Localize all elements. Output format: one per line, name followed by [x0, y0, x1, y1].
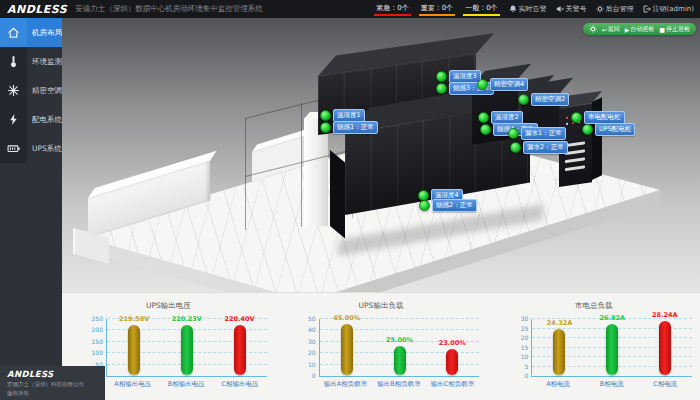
y-tick-label: 200	[77, 326, 103, 333]
toolbar-item-label: 返回	[608, 25, 620, 34]
scene-label[interactable]: 精密空调4	[477, 78, 528, 91]
status-dot-icon	[480, 124, 491, 135]
toolbar-item-auto-patrol[interactable]: ▶自动巡检	[625, 25, 655, 34]
scene-label[interactable]: UPS配电柜	[582, 123, 635, 136]
menu-item-label: 注销(admin)	[653, 4, 694, 14]
room-3d-viewport[interactable]: 温湿度1烟感1：正常温湿度3烟感3：正常精密空调4精密空调2温湿度2烟感4：正常…	[62, 18, 700, 292]
chart-bar	[606, 324, 618, 375]
bar-value-label: 24.32A	[537, 319, 581, 327]
gear-icon[interactable]	[589, 25, 597, 33]
scene-label[interactable]: 温湿度3	[436, 70, 481, 83]
bar-value-label: 220.40V	[218, 315, 262, 323]
category-label: A相输出电压	[106, 380, 160, 389]
y-tick-label: 10	[502, 353, 528, 360]
alarm-badge-critical[interactable]: 紧急：0个	[374, 3, 410, 16]
gear-icon	[596, 5, 604, 13]
chart-bar	[659, 321, 671, 375]
y-tick-label: 15	[502, 344, 528, 351]
menu-item-label: 后台管理	[606, 4, 634, 14]
menu-item-label: 实时告警	[519, 4, 547, 14]
x-axis-labels: A相电流B相电流C相电流	[531, 380, 692, 389]
scene-labels: 温湿度1烟感1：正常温湿度3烟感3：正常精密空调4精密空调2温湿度2烟感4：正常…	[62, 18, 700, 292]
sidebar-item-precision-ac[interactable]: 精密空调	[0, 76, 62, 105]
bolt-icon	[0, 105, 27, 134]
status-dot-icon	[478, 112, 489, 123]
scene-label-text: 温湿度1	[333, 109, 365, 122]
menu-item-backend-admin[interactable]: 后台管理	[596, 4, 634, 14]
alarm-badge-minor[interactable]: 一般：0个	[463, 3, 499, 16]
scene-label[interactable]: 烟感2：正常	[419, 199, 477, 212]
category-label: 输出A相负载率	[319, 380, 373, 389]
bar-value-label: 28.24A	[643, 311, 687, 319]
scene-label-text: 烟感2：正常	[432, 199, 477, 212]
y-tick-label: 30	[502, 315, 528, 322]
home-icon	[0, 18, 27, 47]
mute-icon	[556, 5, 564, 13]
scene-label[interactable]: 温湿度1	[320, 109, 365, 122]
header-right: 紧急：0个重要：0个一般：0个 实时告警关警号后台管理注销(admin)	[374, 3, 700, 16]
status-dot-icon	[320, 110, 331, 121]
scene-label-text: 市电配电柜	[584, 111, 625, 124]
scene-label[interactable]: 温湿度2	[478, 111, 523, 124]
menu-item-realtime-alarm[interactable]: 实时告警	[509, 4, 547, 14]
bar-value-label: 45.00%	[325, 314, 369, 322]
y-tick-label: 30	[290, 338, 316, 345]
scene-label[interactable]: 漏水1：正常	[508, 127, 566, 140]
y-tick-label: 20	[502, 334, 528, 341]
bell-icon	[509, 5, 517, 13]
x-axis-labels: 输出A相负载率输出B相负载率输出C相负载率	[319, 380, 480, 389]
footer-copyright: 版权所有	[7, 390, 105, 397]
chart-1: UPS输出负载0102030405045.00%25.00%23.00%输出A相…	[275, 293, 488, 400]
bar-value-label: 26.82A	[590, 314, 634, 322]
toolbar-item-stop-patrol[interactable]: ■停止巡检	[659, 25, 690, 34]
status-dot-icon	[419, 200, 430, 211]
scene-label-text: 温湿度2	[491, 111, 523, 124]
scene-label-text: 漏水1：正常	[521, 127, 566, 140]
menu-item-mute-alarm[interactable]: 关警号	[556, 4, 587, 14]
category-label: 输出B相负载率	[372, 380, 426, 389]
y-tick-label: 150	[77, 338, 103, 345]
chart-2: 市电总负载05101520253024.32A26.82A28.24AA相电流B…	[487, 293, 700, 400]
status-dot-icon	[518, 94, 529, 105]
menu-item-logout[interactable]: 注销(admin)	[643, 4, 694, 14]
y-tick-label: 10	[290, 361, 316, 368]
category-label: C相电流	[638, 380, 692, 389]
scene-label[interactable]: 市电配电柜	[571, 111, 625, 124]
scene-label[interactable]: 精密空调2	[518, 93, 569, 106]
chart-plot: 050100150200250219.58V220.23V220.40V	[106, 319, 267, 377]
sidebar-item-power-dist[interactable]: 配电系统	[0, 105, 62, 134]
scene-label[interactable]: 漏水2：正常	[510, 141, 568, 154]
bar-value-label: 220.23V	[165, 315, 209, 323]
category-label: C相输出电压	[213, 380, 267, 389]
brand-logo: ANDLESS	[0, 3, 75, 16]
scene-label-text: 温湿度3	[449, 70, 481, 83]
bar-value-label: 23.00%	[430, 339, 474, 347]
y-tick-label: 250	[77, 315, 103, 322]
app-window: ANDLESS 安德力士（深圳）数据中心机房动环境集中监控管理系统 紧急：0个重…	[0, 0, 700, 400]
scene-label[interactable]: 烟感1：正常	[320, 121, 378, 134]
status-dot-icon	[582, 124, 593, 135]
footer-company: 安德力士（深圳）科技有限公司	[7, 381, 105, 388]
category-label: A相电流	[531, 380, 585, 389]
toolbar-item-label: 停止巡检	[666, 25, 690, 34]
scene-label-text: UPS配电柜	[595, 123, 635, 136]
back-icon: ↩	[602, 26, 607, 33]
stop-patrol-icon: ■	[659, 26, 665, 33]
bar-value-label: 219.58V	[112, 315, 156, 323]
toolbar-item-back[interactable]: ↩返回	[602, 25, 620, 34]
sidebar-item-label: 机房布局	[27, 18, 62, 47]
category-label: 输出C相负载率	[426, 380, 480, 389]
logout-icon	[643, 5, 651, 13]
status-dot-icon	[571, 112, 582, 123]
sidebar-item-env-monitor[interactable]: 环境监测	[0, 47, 62, 76]
chart-bar	[446, 349, 458, 375]
scene-label-text: 漏水2：正常	[523, 141, 568, 154]
alarm-badge-major[interactable]: 重要：0个	[419, 3, 455, 16]
status-dot-icon	[436, 71, 447, 82]
sidebar-item-room-layout[interactable]: 机房布局	[0, 18, 62, 47]
sidebar-item-ups-system[interactable]: UPS系统	[0, 134, 62, 163]
sidebar-item-label: 精密空调	[27, 76, 62, 105]
y-tick-label: 50	[290, 315, 316, 322]
charts-panel: UPS输出电压050100150200250219.58V220.23V220.…	[62, 292, 700, 400]
sidebar-item-label: 配电系统	[27, 105, 62, 134]
